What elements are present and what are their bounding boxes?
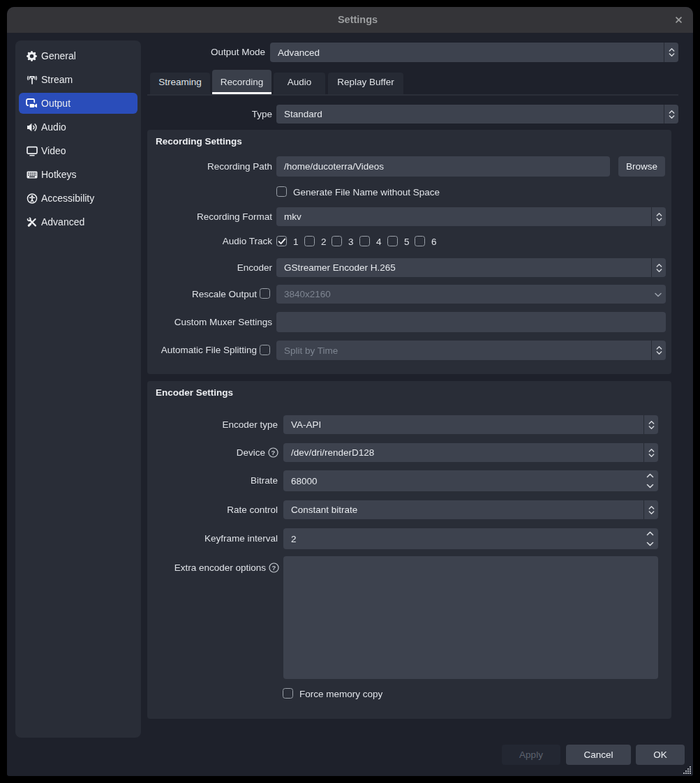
svg-text:?: ? — [272, 564, 276, 572]
svg-text:?: ? — [271, 449, 276, 456]
